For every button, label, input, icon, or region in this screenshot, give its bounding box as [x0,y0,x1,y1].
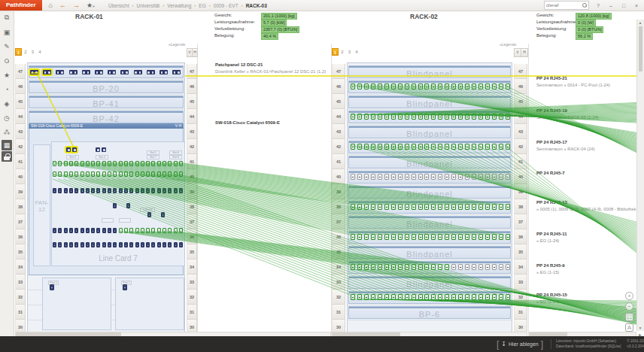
port[interactable] [458,174,463,180]
favorites-icon[interactable]: ★ [0,68,14,82]
port[interactable] [179,228,183,233]
port[interactable] [378,294,382,300]
slot-uplink-port[interactable] [66,147,71,152]
port[interactable] [451,114,456,120]
port[interactable] [485,264,490,270]
port[interactable] [364,114,369,120]
port[interactable] [412,174,416,180]
documents-icon[interactable]: ✎ [0,39,14,53]
port[interactable] [102,161,106,166]
port[interactable] [108,188,111,193]
fiber-port[interactable] [56,70,64,74]
port[interactable] [445,264,449,270]
port[interactable] [391,174,396,180]
port[interactable] [58,242,62,247]
port[interactable] [163,242,166,247]
port[interactable] [478,144,483,150]
port[interactable] [398,264,402,270]
port[interactable] [451,264,456,270]
port[interactable] [86,171,90,177]
port[interactable] [424,264,429,270]
table-icon[interactable]: ▦ [2,140,12,150]
port[interactable] [96,161,100,166]
maximize-button[interactable]: □ [620,3,627,8]
port[interactable] [485,234,490,240]
port[interactable] [451,204,456,210]
port[interactable] [80,188,84,193]
port[interactable] [102,171,106,177]
port[interactable] [478,294,483,300]
port[interactable] [357,204,362,210]
port[interactable] [384,83,389,90]
port[interactable] [74,171,78,177]
port[interactable] [384,294,389,300]
topology-icon[interactable]: ⁂ [0,125,14,139]
legend-toggle[interactable]: «Legende [500,42,516,47]
port[interactable] [96,171,100,177]
port[interactable] [391,234,396,240]
breadcrumb-item[interactable]: EG [199,3,205,8]
port[interactable] [53,161,56,166]
port[interactable] [357,83,362,90]
port[interactable] [438,294,442,300]
port[interactable] [391,204,396,210]
port[interactable] [458,204,463,210]
port[interactable] [445,83,449,90]
port[interactable] [351,204,355,210]
port[interactable] [146,242,150,247]
annotation-name[interactable]: PP 24 RJ45-7 [536,171,565,175]
fiber-port[interactable] [134,70,142,74]
port[interactable] [351,294,355,300]
port[interactable] [80,171,84,177]
port[interactable] [58,161,62,166]
port[interactable] [438,83,442,90]
port[interactable] [364,83,369,90]
port[interactable] [438,264,442,270]
port[interactable] [135,171,139,177]
blindpanel[interactable]: Blindpanel [348,126,511,138]
favorite-add-icon[interactable]: ★+ [87,0,95,11]
port[interactable] [151,188,155,193]
port[interactable] [364,264,369,270]
port[interactable] [69,188,73,193]
port[interactable] [91,161,95,166]
breadcrumb-item[interactable]: 0009 - EVT [214,3,238,8]
port[interactable] [168,171,172,177]
port[interactable] [371,294,375,300]
port[interactable] [458,83,463,90]
rack-tab-2[interactable]: 2 [339,48,346,56]
port[interactable] [351,174,355,180]
help-button[interactable]: ? [594,3,602,8]
port[interactable] [58,188,62,193]
port[interactable] [146,228,150,233]
vertical-scrollbar[interactable]: ▲▼ [636,20,644,331]
port[interactable] [147,212,151,217]
port[interactable] [123,284,127,290]
port[interactable] [465,144,469,150]
blindpanel[interactable]: Blindpanel [348,276,511,289]
annotation-name[interactable]: PP 24 RJ45-17 [536,140,567,144]
port[interactable] [357,234,362,240]
port[interactable] [80,228,84,233]
port[interactable] [398,294,402,300]
port[interactable] [438,174,442,180]
port[interactable] [74,188,78,193]
port[interactable] [357,264,362,270]
port[interactable] [371,174,375,180]
port[interactable] [146,161,150,166]
port[interactable] [398,83,402,90]
port[interactable] [102,188,106,193]
port[interactable] [91,228,95,233]
legend-toggle[interactable]: «Legende [169,42,185,47]
blindpanel[interactable]: BP-42 [29,111,184,123]
port[interactable] [492,234,497,240]
rack-tab-4[interactable]: 4 [37,48,44,56]
port[interactable] [86,161,90,166]
port[interactable] [371,114,375,120]
port[interactable] [431,204,436,210]
port[interactable] [141,188,144,193]
port[interactable] [431,144,436,150]
port[interactable] [424,294,429,300]
tags-icon[interactable]: ◈ [0,96,14,111]
port[interactable] [499,174,503,180]
